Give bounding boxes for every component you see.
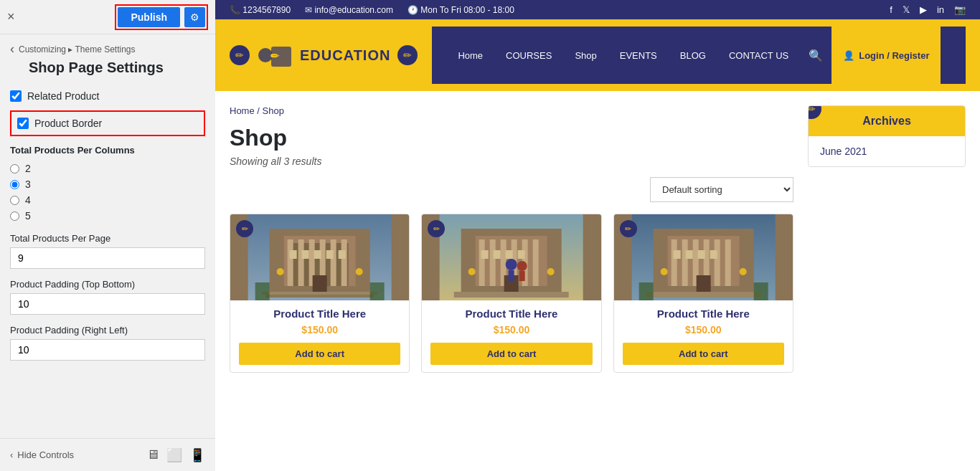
product-building-svg-2 xyxy=(422,214,600,300)
svg-rect-49 xyxy=(671,239,677,286)
header-edit-icon[interactable]: ✏ xyxy=(397,45,418,65)
shop-heading: Shop xyxy=(230,125,793,151)
tablet-icon[interactable]: ⬜ xyxy=(166,447,182,463)
svg-rect-24 xyxy=(370,282,385,300)
svg-rect-23 xyxy=(255,282,270,300)
svg-rect-57 xyxy=(697,250,705,259)
add-to-cart-button-3[interactable]: Add to cart xyxy=(623,343,784,365)
product-badge-3: ✏ xyxy=(620,220,637,237)
mobile-icon[interactable]: 📱 xyxy=(189,447,205,463)
device-icons: 🖥 ⬜ 📱 xyxy=(146,447,205,463)
phone-info: 📞 1234567890 xyxy=(230,5,291,15)
svg-rect-45 xyxy=(519,271,525,281)
info-bar-left: 📞 1234567890 ✉ info@education.com 🕐 Mon … xyxy=(230,5,514,15)
nav-shop[interactable]: Shop xyxy=(563,27,608,84)
shop-breadcrumb: Home / Shop xyxy=(230,105,793,116)
product-building-svg-3 xyxy=(614,214,793,300)
nav-home[interactable]: Home xyxy=(446,27,494,84)
columns-3-row[interactable]: 3 xyxy=(10,179,205,190)
svg-point-41 xyxy=(547,268,555,275)
publish-button[interactable]: Publish xyxy=(118,7,180,27)
svg-rect-56 xyxy=(685,250,692,259)
columns-3-radio[interactable] xyxy=(10,180,19,189)
svg-rect-20 xyxy=(266,295,374,298)
gear-button[interactable]: ⚙ xyxy=(184,7,205,27)
linkedin-icon: in xyxy=(937,4,944,15)
padding-top-bottom-group: Product Padding (Top Bottom) xyxy=(10,279,205,315)
product-border-row: Product Border xyxy=(10,110,205,136)
preview-area: 📞 1234567890 ✉ info@education.com 🕐 Mon … xyxy=(215,0,980,471)
product-building-svg-1 xyxy=(230,214,409,300)
products-per-page-input[interactable] xyxy=(10,247,205,269)
product-name-2: Product Title Here xyxy=(430,308,592,320)
page-title: Shop Page Settings xyxy=(0,60,215,83)
close-button[interactable]: × xyxy=(7,9,15,24)
svg-text:✏: ✏ xyxy=(270,50,280,62)
nav-contact[interactable]: CONTACT US xyxy=(717,27,800,84)
product-info-1: Product Title Here $150.00 Add to cart xyxy=(230,300,409,372)
add-to-cart-button-1[interactable]: Add to cart xyxy=(239,343,400,365)
logo-edit-icon[interactable]: ✏ xyxy=(230,45,250,65)
shop-area: Home / Shop Shop Showing all 3 results D… xyxy=(230,105,793,373)
email-info: ✉ info@education.com xyxy=(305,5,393,15)
products-per-page-group: Total Products Per Page xyxy=(10,233,205,269)
publish-area: Publish ⚙ xyxy=(115,4,208,30)
hide-controls-button[interactable]: ‹ Hide Controls xyxy=(10,449,74,460)
customizer-panel: × Publish ⚙ ‹ Customizing ▸ Theme Settin… xyxy=(0,0,215,471)
columns-2-row[interactable]: 2 xyxy=(10,163,205,174)
svg-rect-59 xyxy=(696,275,710,293)
product-border-checkbox[interactable] xyxy=(17,118,29,129)
breadcrumb-area: ‹ Customizing ▸ Theme Settings xyxy=(0,34,215,60)
columns-3-label: 3 xyxy=(25,179,31,190)
svg-rect-35 xyxy=(494,250,501,259)
padding-top-bottom-input[interactable] xyxy=(10,293,205,315)
logo-text: EDUCATION xyxy=(300,47,390,64)
desktop-icon[interactable]: 🖥 xyxy=(146,447,159,463)
bottom-bar: ‹ Hide Controls 🖥 ⬜ 📱 xyxy=(0,438,215,471)
columns-2-radio[interactable] xyxy=(10,164,19,173)
columns-4-row[interactable]: 4 xyxy=(10,194,205,206)
columns-2-label: 2 xyxy=(25,163,31,174)
site-header: ✏ ✏ EDUCATION ✏ Home COURSES Shop EVENTS… xyxy=(215,19,980,91)
results-info: Showing all 3 results xyxy=(230,156,793,167)
related-product-checkbox[interactable] xyxy=(10,90,22,102)
product-image-2: ✏ xyxy=(422,214,600,300)
logo-area: ✏ ✏ EDUCATION ✏ xyxy=(230,41,418,70)
products-per-page-label: Total Products Per Page xyxy=(10,233,205,244)
columns-4-radio[interactable] xyxy=(10,196,19,205)
svg-rect-18 xyxy=(313,275,327,293)
nav-events[interactable]: EVENTS xyxy=(608,27,669,84)
user-icon: 👤 xyxy=(843,50,854,61)
svg-rect-12 xyxy=(341,239,347,286)
svg-point-40 xyxy=(468,268,476,275)
back-button[interactable]: ‹ xyxy=(10,42,14,57)
add-to-cart-button-2[interactable]: Add to cart xyxy=(430,343,592,365)
products-grid: ✏ Product Title Here $150.00 Add to cart xyxy=(230,214,793,373)
product-price-1: $150.00 xyxy=(239,324,400,336)
search-icon[interactable]: 🔍 xyxy=(800,49,831,62)
logo-svg: ✏ xyxy=(257,41,293,70)
padding-right-left-input[interactable] xyxy=(10,339,205,361)
sort-select[interactable]: Default sorting Sort by popularity Sort … xyxy=(650,177,793,202)
svg-rect-7 xyxy=(288,239,293,286)
product-card-2: ✏ Product Title Here $150.00 Add to cart xyxy=(421,214,601,373)
info-bar-right: f 𝕏 ▶ in 📷 xyxy=(890,4,966,15)
svg-rect-28 xyxy=(479,239,485,286)
svg-rect-34 xyxy=(481,250,489,259)
twitter-icon: 𝕏 xyxy=(903,4,910,15)
columns-5-radio[interactable] xyxy=(10,211,19,221)
columns-5-row[interactable]: 5 xyxy=(10,210,205,222)
login-button[interactable]: 👤 Login / Register xyxy=(831,27,941,84)
padding-right-left-group: Product Padding (Right Left) xyxy=(10,325,205,361)
product-name-3: Product Title Here xyxy=(623,308,784,320)
archives-link[interactable]: June 2021 xyxy=(820,146,867,157)
logo-icons: ✏ xyxy=(257,41,293,70)
svg-rect-55 xyxy=(673,250,680,259)
svg-rect-36 xyxy=(506,250,513,259)
columns-radio-group: 2 3 4 5 xyxy=(10,163,205,222)
shop-sidebar: ✏ Archives June 2021 xyxy=(808,105,966,373)
nav-blog[interactable]: BLOG xyxy=(669,27,717,84)
nav-courses[interactable]: COURSES xyxy=(494,27,563,84)
info-bar: 📞 1234567890 ✉ info@education.com 🕐 Mon … xyxy=(215,0,980,19)
product-price-3: $150.00 xyxy=(623,324,784,336)
